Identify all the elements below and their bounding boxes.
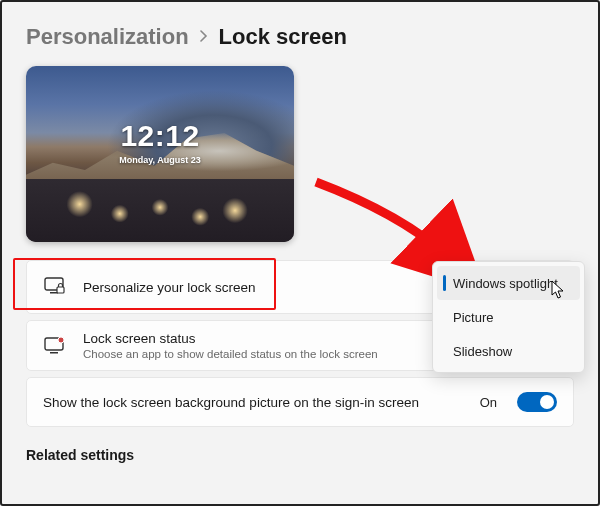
signin-background-toggle[interactable] xyxy=(517,392,557,412)
related-settings-heading: Related settings xyxy=(26,447,574,463)
breadcrumb-parent[interactable]: Personalization xyxy=(26,24,189,50)
svg-rect-4 xyxy=(50,352,58,354)
chevron-right-icon xyxy=(199,28,209,46)
dropdown-option-slideshow[interactable]: Slideshow xyxy=(433,334,584,368)
dropdown-option-spotlight[interactable]: Windows spotlight xyxy=(437,266,580,300)
preview-clock-time: 12:12 xyxy=(119,119,201,153)
signin-label: Show the lock screen background picture … xyxy=(43,395,480,410)
svg-point-5 xyxy=(58,337,64,343)
monitor-badge-icon xyxy=(43,334,67,358)
lockscreen-preview: 12:12 Monday, August 23 xyxy=(26,66,294,242)
breadcrumb-current: Lock screen xyxy=(219,24,347,50)
monitor-lock-icon xyxy=(43,275,67,299)
signin-background-row: Show the lock screen background picture … xyxy=(26,377,574,427)
toggle-state-label: On xyxy=(480,395,497,410)
breadcrumb: Personalization Lock screen xyxy=(26,24,574,50)
preview-clock-date: Monday, August 23 xyxy=(119,155,201,165)
svg-rect-2 xyxy=(57,287,64,293)
dropdown-option-picture[interactable]: Picture xyxy=(433,300,584,334)
personalize-dropdown: Windows spotlight Picture Slideshow xyxy=(432,261,585,373)
